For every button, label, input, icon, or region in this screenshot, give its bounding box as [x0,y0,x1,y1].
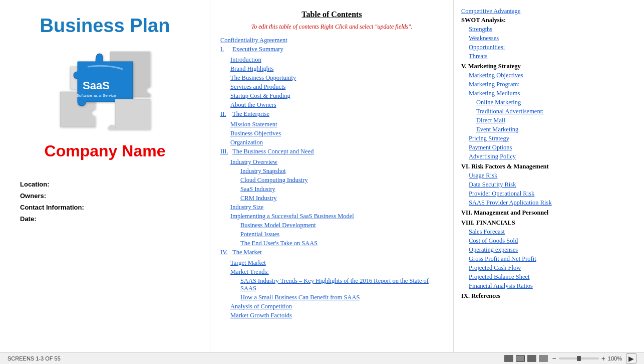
toc-link[interactable]: Organization [230,139,443,146]
toc-item[interactable]: Brand Highlights [220,65,443,73]
view-icon-web[interactable] [527,355,536,362]
toc-link[interactable]: Industry Size [230,204,443,211]
toc-item[interactable]: IV.The Market [220,249,443,258]
right-item[interactable]: Strengths [461,26,634,33]
right-sub-link[interactable]: Payment Options [469,144,634,151]
toc-link[interactable]: The Market [232,249,262,256]
right-item[interactable]: Operating expenses [461,246,634,254]
toc-item[interactable]: Introduction [220,56,443,64]
nav-right-icon[interactable]: ▶ [626,353,636,363]
toc-link[interactable]: Business Model Development [240,222,443,229]
toc-item[interactable]: Target Market [220,259,443,267]
right-sub2-link[interactable]: Event Marketing [476,126,634,133]
toc-link[interactable]: Confidentiality Agreement [220,37,443,44]
right-item[interactable]: Weaknesses [461,35,634,42]
toc-link[interactable]: Potential Issues [240,231,443,238]
right-item[interactable]: Financial Analysis Ratios [461,282,634,290]
toc-link[interactable]: Market Trends: [230,268,443,276]
toc-link[interactable]: Cloud Computing Industry [240,176,443,184]
toc-link[interactable]: The Business Opportunity [230,74,443,82]
toc-item[interactable]: II.The Enterprise [220,110,443,119]
toc-item[interactable]: SaaS Industry [220,186,443,193]
right-section-link[interactable]: Competitive Advantage [461,8,634,15]
right-item[interactable]: Marketing Mediums [461,90,634,97]
right-item[interactable]: Payment Options [461,144,634,151]
right-sub-link[interactable]: Strengths [469,26,634,33]
toc-link[interactable]: Services and Products [230,83,443,91]
toc-link[interactable]: Market Growth Factoids [230,312,443,319]
right-sub-link[interactable]: Marketing Objectives [469,72,634,79]
view-icon-normal[interactable] [504,355,513,362]
right-item[interactable]: VIII. FINANCIALS [461,219,634,227]
toc-link[interactable]: SAAS Industry Trends – Key Highlights of… [240,277,443,292]
toc-item[interactable]: Market Growth Factoids [220,312,443,319]
right-sub2-link[interactable]: Direct Mail [476,117,634,124]
toc-item[interactable]: Analysis of Competition [220,303,443,310]
toc-link[interactable]: Industry Overview [230,158,443,166]
view-icon-outline[interactable] [516,355,525,362]
right-item[interactable]: Online Marketing [461,99,634,106]
toc-item[interactable]: Business Model Development [220,222,443,229]
toc-item[interactable]: Business Objectives [220,130,443,137]
right-item[interactable]: Advertising Policy [461,153,634,160]
right-item[interactable]: IX. References [461,292,634,300]
right-item[interactable]: Marketing Objectives [461,72,634,79]
zoom-out-icon[interactable]: − [552,354,556,362]
right-item[interactable]: SAAS Provider Application Risk [461,199,634,207]
right-item[interactable]: Projected Cash Flow [461,264,634,272]
toc-item[interactable]: Potential Issues [220,231,443,238]
right-sub-link[interactable]: Marketing Program: [469,81,634,88]
toc-link[interactable]: How a Small Business Can Benefit from SA… [240,294,443,301]
right-sub-link[interactable]: Pricing Strategy [469,135,634,142]
toc-item[interactable]: About the Owners [220,101,443,109]
right-sub2-link[interactable]: Traditional Advertisement: [476,108,634,115]
right-item[interactable]: Sales Forecast [461,228,634,236]
right-sub-link[interactable]: Operating expenses [469,246,634,254]
right-sub-link[interactable]: SAAS Provider Application Risk [469,199,634,207]
toc-link[interactable]: Analysis of Competition [230,303,443,310]
right-sub-link[interactable]: Sales Forecast [469,228,634,236]
right-sub-link[interactable]: Advertising Policy [469,153,634,160]
right-sub-link[interactable]: Data Security Risk [469,181,634,189]
toc-link[interactable]: Industry Snapshot [240,167,443,175]
toc-link[interactable]: Target Market [230,259,443,267]
toc-link[interactable]: CRM Industry [240,195,443,202]
right-item[interactable]: Data Security Risk [461,181,634,189]
toc-item[interactable]: Startup Cost & Funding [220,92,443,100]
zoom-slider[interactable] [559,357,599,359]
right-item[interactable]: Provider Operational Risk [461,190,634,198]
right-sub-link[interactable]: Projected Balance Sheet [469,273,634,281]
right-sub-link[interactable]: Financial Analysis Ratios [469,282,634,290]
right-item[interactable]: Pricing Strategy [461,135,634,142]
right-item[interactable]: VI. Risk Factors & Management [461,163,634,170]
right-sub-link[interactable]: Marketing Mediums [469,90,634,97]
toc-item[interactable]: Mission Statement [220,121,443,128]
toc-link[interactable]: Implementing a Successful SaaS Business … [230,213,443,220]
toc-item[interactable]: Organization [220,139,443,146]
right-sub-link[interactable]: Provider Operational Risk [469,190,634,198]
toc-item[interactable]: How a Small Business Can Benefit from SA… [220,294,443,301]
right-sub-link[interactable]: Opportunities: [469,44,634,51]
right-sub-link[interactable]: Gross Profit and Net Profit [469,255,634,263]
toc-item[interactable]: Cloud Computing Industry [220,176,443,184]
toc-item[interactable]: Industry Overview [220,158,443,166]
right-item[interactable]: SWOT Analysis: [461,17,634,24]
toc-item[interactable]: The End User's Take on SAAS [220,240,443,247]
toc-link[interactable]: The Enterprise [232,110,269,118]
toc-link[interactable]: Startup Cost & Funding [230,92,443,100]
right-item[interactable]: Opportunities: [461,44,634,51]
zoom-in-icon[interactable]: + [601,354,605,362]
toc-link[interactable]: Brand Highlights [230,65,443,73]
toc-link[interactable]: Business Objectives [230,130,443,137]
right-item[interactable]: Gross Profit and Net Profit [461,255,634,263]
toc-item[interactable]: Market Trends: [220,268,443,276]
toc-link[interactable]: Executive Summary [232,46,283,53]
toc-link[interactable]: The End User's Take on SAAS [240,240,443,247]
toc-link[interactable]: The Business Concept and Need [232,148,313,155]
right-item[interactable]: V. Marketing Strategy [461,63,634,70]
right-item[interactable]: Direct Mail [461,117,634,124]
toc-item[interactable]: Confidentiality Agreement [220,37,443,44]
right-item[interactable]: Usage Risk [461,172,634,179]
toc-item[interactable]: Implementing a Successful SaaS Business … [220,213,443,220]
toc-link[interactable]: About the Owners [230,101,443,109]
